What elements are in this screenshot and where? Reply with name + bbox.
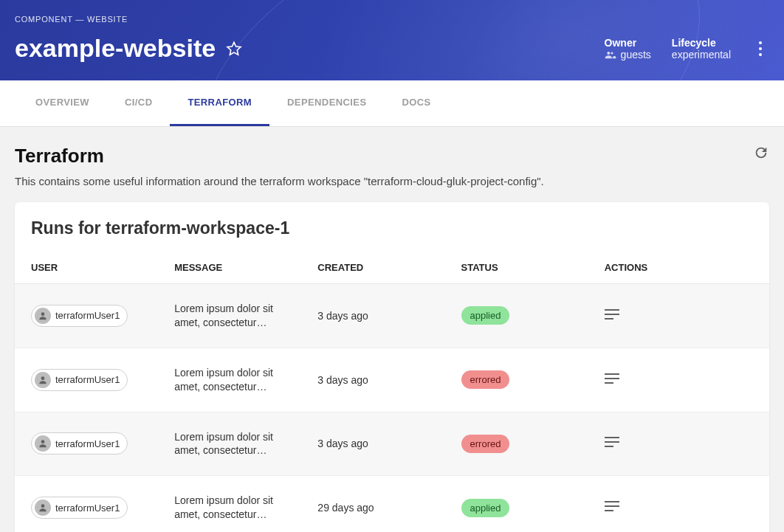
avatar: [35, 500, 51, 516]
owner-label: Owner: [605, 37, 651, 49]
user-chip[interactable]: terraformUser1: [31, 432, 128, 455]
lifecycle-meta: Lifecycle experimental: [672, 37, 731, 61]
user-name: terraformUser1: [55, 502, 120, 514]
tab-docs[interactable]: DOCS: [384, 80, 448, 126]
lifecycle-value: experimental: [672, 49, 731, 61]
col-header-message: MESSAGE: [158, 252, 301, 284]
refresh-button[interactable]: [753, 145, 769, 161]
tab-terraform[interactable]: TERRAFORM: [170, 80, 269, 126]
col-header-status: STATUS: [445, 252, 588, 284]
run-message: Lorem ipsum dolor sit amet, consectetur…: [174, 430, 285, 458]
more-menu-button[interactable]: [752, 41, 769, 56]
page-title: example-website: [15, 34, 216, 63]
status-badge: applied: [461, 306, 510, 325]
run-created: 3 days ago: [301, 348, 444, 412]
notes-icon[interactable]: [605, 309, 621, 322]
group-icon: [605, 50, 616, 59]
section-title: Terraform: [15, 145, 544, 167]
status-badge: applied: [461, 499, 510, 517]
svg-point-2: [41, 312, 45, 316]
card-title: Runs for terraform-workspace-1: [15, 202, 769, 252]
user-chip[interactable]: terraformUser1: [31, 497, 128, 519]
user-chip[interactable]: terraformUser1: [31, 369, 128, 391]
avatar: [35, 372, 51, 388]
user-name: terraformUser1: [55, 438, 120, 449]
tab-dependencies[interactable]: DEPENDENCIES: [269, 80, 384, 126]
svg-point-0: [607, 52, 610, 55]
avatar: [35, 308, 51, 324]
table-row: terraformUser1Lorem ipsum dolor sit amet…: [15, 412, 769, 476]
status-badge: errored: [461, 370, 510, 389]
col-header-created: CREATED: [301, 252, 444, 284]
status-badge: errored: [461, 435, 510, 453]
run-created: 3 days ago: [301, 284, 444, 348]
owner-meta: Owner guests: [605, 37, 651, 61]
breadcrumb: COMPONENT — WEBSITE: [15, 15, 769, 24]
star-icon[interactable]: [226, 41, 242, 57]
notes-icon[interactable]: [605, 501, 621, 514]
runs-table: USER MESSAGE CREATED STATUS ACTIONS terr…: [15, 252, 769, 532]
user-chip[interactable]: terraformUser1: [31, 305, 128, 327]
runs-card: Runs for terraform-workspace-1 USER MESS…: [15, 202, 769, 532]
lifecycle-label: Lifecycle: [672, 37, 731, 49]
table-row: terraformUser1Lorem ipsum dolor sit amet…: [15, 348, 769, 412]
page-header: COMPONENT — WEBSITE example-website Owne…: [0, 0, 784, 80]
run-message: Lorem ipsum dolor sit amet, consectetur…: [174, 494, 285, 522]
notes-icon[interactable]: [605, 437, 621, 450]
svg-point-3: [41, 376, 45, 380]
run-message: Lorem ipsum dolor sit amet, consectetur…: [174, 302, 285, 330]
section-description: This contains some useful information ar…: [15, 175, 544, 187]
col-header-user: USER: [15, 252, 158, 284]
svg-point-1: [611, 52, 613, 54]
tab-overview[interactable]: OVERVIEW: [18, 80, 107, 126]
table-row: terraformUser1Lorem ipsum dolor sit amet…: [15, 476, 769, 532]
run-created: 29 days ago: [301, 476, 444, 532]
user-name: terraformUser1: [55, 374, 120, 385]
owner-value[interactable]: guests: [621, 49, 651, 61]
tab-ci-cd[interactable]: CI/CD: [107, 80, 170, 126]
run-message: Lorem ipsum dolor sit amet, consectetur…: [174, 366, 285, 394]
table-row: terraformUser1Lorem ipsum dolor sit amet…: [15, 284, 769, 348]
user-name: terraformUser1: [55, 310, 120, 321]
run-created: 3 days ago: [301, 412, 444, 476]
tab-bar: OVERVIEWCI/CDTERRAFORMDEPENDENCIESDOCS: [0, 80, 784, 127]
notes-icon[interactable]: [605, 373, 621, 387]
col-header-actions: ACTIONS: [588, 252, 769, 284]
svg-point-5: [41, 505, 45, 508]
avatar: [35, 435, 51, 452]
svg-point-4: [41, 441, 45, 444]
